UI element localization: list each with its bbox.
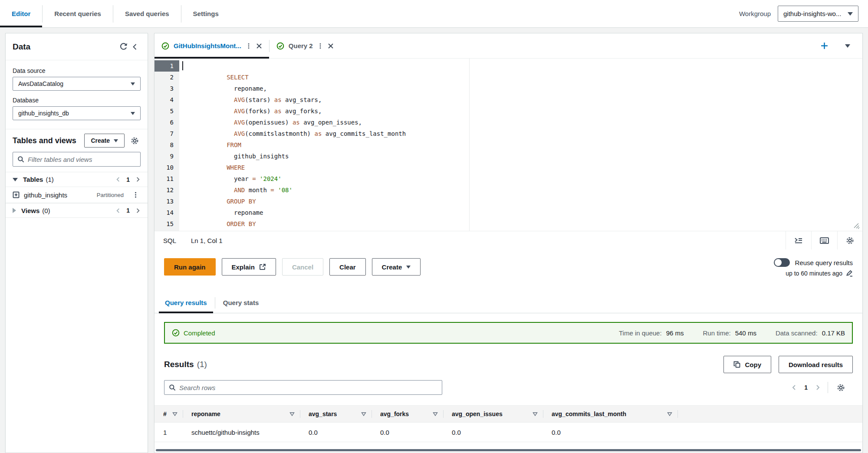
query-tab-2-label: Query 2 bbox=[289, 42, 313, 49]
column-header-avg-open-issues[interactable]: avg_open_issues bbox=[443, 406, 543, 422]
code-line[interactable]: FROM bbox=[183, 139, 862, 151]
editor-code[interactable]: SELECT reponame, AVG(stars) as avg_stars… bbox=[179, 59, 862, 231]
download-results-button[interactable]: Download results bbox=[779, 356, 853, 373]
create-button[interactable]: Create bbox=[84, 134, 125, 148]
code-line[interactable]: reponame bbox=[183, 207, 862, 218]
close-icon[interactable] bbox=[328, 43, 334, 49]
tab-query-results[interactable]: Query results bbox=[157, 292, 215, 313]
sort-icon[interactable] bbox=[667, 412, 672, 416]
tab-menu-icon[interactable] bbox=[246, 43, 252, 49]
code-line[interactable]: ORDER BY bbox=[183, 218, 862, 230]
code-token: avg_stars, bbox=[282, 96, 322, 103]
column-header-avg-commits-last-month[interactable]: avg_commits_last_month bbox=[543, 406, 677, 422]
editor-settings-button[interactable] bbox=[838, 231, 862, 249]
tables-settings-button[interactable] bbox=[129, 135, 141, 147]
page-next-icon[interactable] bbox=[135, 208, 141, 213]
tab-query-stats[interactable]: Query stats bbox=[215, 292, 267, 313]
expand-plus-icon[interactable] bbox=[13, 191, 20, 198]
data-source-select[interactable]: AwsDataCatalog bbox=[13, 77, 141, 91]
print-margin-line bbox=[469, 59, 470, 231]
horizontal-scrollbar[interactable] bbox=[156, 449, 861, 451]
close-icon[interactable] bbox=[256, 43, 262, 49]
tab-saved-queries[interactable]: Saved queries bbox=[113, 0, 181, 27]
code-token: AVG bbox=[234, 108, 245, 115]
keyboard-shortcuts-button[interactable] bbox=[812, 231, 837, 249]
sql-editor[interactable]: 123456789101112131415 SELECT reponame, A… bbox=[155, 59, 862, 231]
tab-recent-queries[interactable]: Recent queries bbox=[43, 0, 113, 27]
code-line[interactable]: reponame, bbox=[183, 83, 862, 94]
sort-icon[interactable] bbox=[533, 412, 538, 416]
code-line[interactable]: AVG(forks) as avg_forks, bbox=[183, 105, 862, 117]
tab-editor[interactable]: Editor bbox=[0, 0, 42, 27]
code-line[interactable]: AVG(openissues) as avg_open_issues, bbox=[183, 117, 862, 128]
page-prev-icon[interactable] bbox=[791, 384, 797, 391]
results-preferences-button[interactable] bbox=[835, 382, 847, 394]
results-header: Results (1) Copy Download results bbox=[164, 356, 853, 373]
code-line[interactable]: WHERE bbox=[183, 162, 862, 173]
tab-list-button[interactable] bbox=[843, 43, 852, 49]
code-token: AVG bbox=[234, 96, 245, 103]
page-prev-icon[interactable] bbox=[115, 177, 121, 182]
code-line[interactable]: AVG(stars) as avg_stars, bbox=[183, 94, 862, 105]
table-actions-button[interactable] bbox=[131, 190, 141, 200]
filter-tables-input[interactable] bbox=[28, 156, 136, 163]
column-header-avg-stars[interactable]: avg_stars bbox=[300, 406, 372, 422]
line-number: 13 bbox=[155, 196, 179, 207]
sort-icon[interactable] bbox=[361, 412, 366, 416]
code-line[interactable] bbox=[183, 60, 862, 72]
views-section-row[interactable]: Views (0) 1 bbox=[6, 203, 148, 218]
line-number: 6 bbox=[155, 117, 179, 128]
query-tab-2[interactable]: Query 2 bbox=[270, 33, 341, 58]
format-query-button[interactable] bbox=[786, 231, 811, 249]
explain-button[interactable]: Explain bbox=[222, 258, 276, 276]
search-rows-input[interactable] bbox=[179, 384, 437, 391]
code-token bbox=[183, 198, 227, 205]
table-row[interactable]: 1 schuettc/github-insights 0.0 0.0 0.0 0… bbox=[155, 423, 862, 442]
cancel-button[interactable]: Cancel bbox=[282, 258, 323, 276]
column-header-index[interactable]: # bbox=[155, 406, 183, 422]
reuse-results-toggle[interactable] bbox=[774, 258, 790, 267]
check-circle-icon bbox=[172, 329, 180, 337]
column-header-reponame[interactable]: reponame bbox=[183, 406, 300, 422]
clear-button[interactable]: Clear bbox=[329, 258, 366, 276]
code-line[interactable]: AND month = '08' bbox=[183, 184, 862, 196]
code-token: SELECT bbox=[227, 74, 249, 81]
run-again-button[interactable]: Run again bbox=[164, 258, 216, 276]
cell-index: 1 bbox=[155, 429, 183, 436]
code-token: as bbox=[274, 96, 282, 103]
page-next-icon[interactable] bbox=[135, 177, 141, 182]
code-line[interactable]: GROUP BY bbox=[183, 196, 862, 207]
code-line[interactable]: year = '2024' bbox=[183, 173, 862, 184]
copy-button[interactable]: Copy bbox=[723, 356, 771, 373]
new-tab-button[interactable] bbox=[819, 40, 830, 52]
tables-page-number: 1 bbox=[126, 176, 130, 183]
caret-down-icon bbox=[131, 112, 135, 115]
sort-icon[interactable] bbox=[289, 412, 295, 416]
tables-section-row[interactable]: Tables (1) 1 bbox=[6, 172, 148, 187]
collapse-panel-button[interactable] bbox=[129, 41, 141, 53]
tab-menu-icon[interactable] bbox=[317, 43, 323, 49]
sort-icon[interactable] bbox=[433, 412, 438, 416]
cursor-position: Ln 1, Col 1 bbox=[191, 237, 223, 244]
query-tab-1[interactable]: GitHubInsightsMont... bbox=[155, 33, 269, 58]
column-header-avg-forks[interactable]: avg_forks bbox=[372, 406, 443, 422]
edit-pencil-icon[interactable] bbox=[846, 270, 853, 277]
code-token bbox=[183, 74, 227, 81]
code-line[interactable]: SELECT bbox=[183, 72, 862, 83]
code-line[interactable]: github_insights bbox=[183, 151, 862, 162]
search-icon bbox=[169, 384, 176, 391]
workgroup-select[interactable]: github-insights-wo... bbox=[778, 6, 858, 22]
page-next-icon[interactable] bbox=[815, 384, 821, 391]
copy-label: Copy bbox=[745, 361, 761, 368]
cancel-label: Cancel bbox=[292, 263, 313, 271]
resize-handle-icon[interactable] bbox=[853, 222, 860, 229]
table-item-github-insights[interactable]: github_insights Partitioned bbox=[6, 187, 148, 203]
tab-settings[interactable]: Settings bbox=[181, 0, 230, 27]
database-select[interactable]: github_insights_db bbox=[13, 106, 141, 120]
code-line[interactable]: AVG(commitslastmonth) as avg_commits_las… bbox=[183, 128, 862, 139]
page-prev-icon[interactable] bbox=[115, 208, 121, 213]
caret-down-icon bbox=[114, 139, 118, 142]
sort-icon[interactable] bbox=[172, 412, 178, 416]
refresh-button[interactable] bbox=[118, 41, 129, 53]
create-dropdown-button[interactable]: Create bbox=[372, 258, 421, 276]
